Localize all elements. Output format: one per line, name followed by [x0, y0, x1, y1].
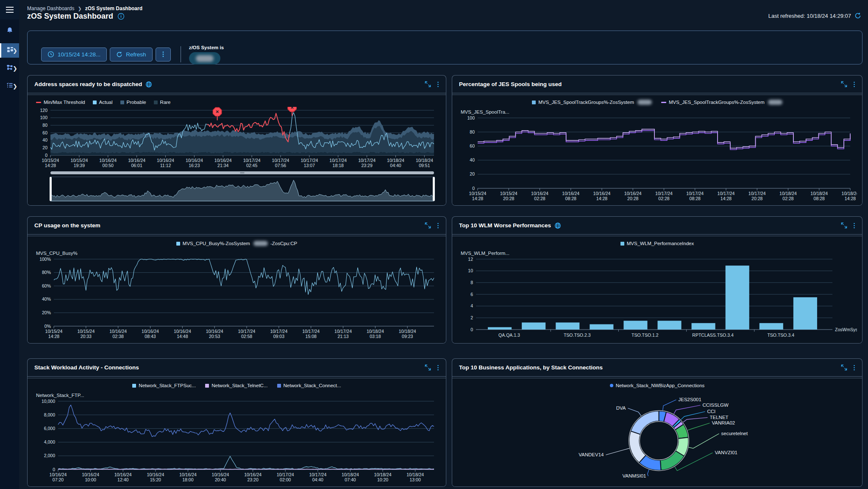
chart-legend: Network_Stack_NWBizApp_Connections — [457, 381, 857, 390]
svg-text:60: 60 — [470, 143, 475, 148]
anomaly-marker[interactable]: ✕ — [288, 107, 296, 112]
date-range-button[interactable]: 10/15/24 14:28... — [41, 48, 107, 61]
svg-text:10: 10 — [468, 268, 473, 273]
legend-label: MVS_JES_SpoolTrackGroups%-ZosSystem — [538, 100, 634, 105]
svg-text:10/16/2406:01: 10/16/2406:01 — [128, 158, 145, 168]
svg-text:10/18/2408:28: 10/18/2408:28 — [810, 191, 828, 201]
svg-text:10/17/2415:08: 10/17/2415:08 — [302, 329, 320, 339]
bar[interactable] — [590, 324, 613, 330]
legend-item[interactable]: MVS_WLM_PerformanceIndex — [620, 241, 694, 246]
stack-workload-chart[interactable]: Network_Stack_FTP...02,0004,0006,0008,00… — [33, 390, 441, 484]
last-refreshed-label: Last refreshed: 10/18/24 14:29:07 — [768, 13, 851, 19]
anomaly-marker[interactable]: ✕ — [213, 108, 222, 116]
notifications-button[interactable] — [0, 23, 19, 40]
svg-text:10/15/2420:28: 10/15/2420:28 — [500, 191, 517, 201]
bar[interactable] — [658, 321, 682, 330]
brush-handle-right[interactable] — [433, 177, 435, 201]
svg-text:0: 0 — [53, 467, 55, 472]
legend-item[interactable]: Probable — [120, 100, 146, 105]
expand-panel-icon[interactable] — [425, 222, 431, 229]
panel-kebab-icon[interactable] — [853, 364, 855, 371]
svg-text:10/17/2402:58: 10/17/2402:58 — [238, 329, 256, 339]
bar[interactable] — [726, 265, 749, 330]
panel-kebab-icon[interactable] — [437, 222, 439, 229]
panel-kebab-icon[interactable] — [437, 81, 439, 88]
sidebar-item-tasks[interactable]: ❯ — [0, 79, 19, 93]
svg-text:10/15/2414:28: 10/15/2414:28 — [45, 329, 63, 339]
panel-kebab-icon[interactable] — [853, 81, 855, 88]
bar[interactable] — [556, 322, 579, 330]
refresh-icon — [116, 51, 122, 58]
legend-item[interactable]: MVS_CPU_Busy%-ZosSystem-ZosCpu:CP — [176, 241, 297, 246]
bar[interactable] — [692, 323, 715, 330]
panel-title: Percentage of JES Spools being used — [459, 81, 562, 87]
svg-text:10/18/2404:40: 10/18/2404:40 — [387, 158, 404, 168]
svg-text:60%: 60% — [42, 283, 51, 288]
sidebar-item-dashboards[interactable]: ❯ — [0, 43, 19, 58]
legend-item[interactable]: MVS_JES_SpoolTrackGroups%-ZosSystem — [532, 100, 652, 105]
legend-label: Network_Stack_NWBizApp_Connections — [616, 383, 705, 388]
bell-icon — [6, 27, 14, 36]
system-filter-label: z/OS System is — [189, 45, 224, 50]
address-spaces-chart[interactable]: 020406080100120✕✕10/15/2414:2810/15/2419… — [33, 107, 441, 203]
legend-label: Min/Max Threshold — [44, 100, 85, 105]
svg-text:10/16/2420:28: 10/16/2420:28 — [624, 191, 642, 201]
bar[interactable] — [623, 321, 647, 330]
donut-slice[interactable] — [629, 431, 645, 463]
panel-title: Stack Workload Activity - Connections — [34, 364, 139, 371]
panel-kebab-icon[interactable] — [853, 222, 855, 229]
legend-marker — [610, 384, 613, 387]
svg-text:6,000: 6,000 — [44, 426, 55, 431]
cp-usage-chart[interactable]: MVS_CPU_Busy%0%20%40%60%80%100%10/15/241… — [33, 248, 441, 341]
expand-panel-icon[interactable] — [841, 364, 847, 371]
bar[interactable] — [522, 322, 545, 330]
expand-panel-icon[interactable] — [841, 81, 847, 87]
legend-label: MVS_CPU_Busy%-ZosSystem — [183, 241, 250, 246]
legend-item[interactable]: Network_Stack_Connect... — [277, 383, 341, 388]
wlm-performance-chart[interactable]: MVS_WLM_Perform...024681012QA.QA.1.3TSO.… — [457, 248, 857, 341]
legend-label: Probable — [127, 100, 146, 105]
legend-item[interactable]: Network_Stack_TelnetC... — [205, 383, 267, 388]
legend-item[interactable]: MVS_JES_SpoolTrackGroups%-ZosSystem — [661, 100, 782, 105]
globe-icon — [554, 222, 561, 229]
left-sidebar: ❯ ❯ ❯ — [0, 0, 19, 489]
refresh-button[interactable]: Refresh — [110, 48, 152, 61]
svg-text:✕: ✕ — [215, 109, 219, 114]
legend-item[interactable]: Min/Max Threshold — [36, 100, 85, 105]
expand-panel-icon[interactable] — [425, 81, 431, 87]
legend-item[interactable]: Network_Stack_NWBizApp_Connections — [610, 383, 705, 388]
legend-item[interactable]: Rare — [154, 100, 171, 105]
bar[interactable] — [760, 323, 783, 330]
legend-item[interactable]: Actual — [93, 100, 113, 105]
refresh-icon[interactable] — [854, 12, 861, 19]
panel-stack-workload: Stack Workload Activity - Connections Ne… — [27, 358, 446, 487]
svg-text:80: 80 — [470, 129, 475, 134]
bar[interactable] — [488, 327, 512, 330]
legend-marker — [205, 384, 209, 388]
expand-panel-icon[interactable] — [841, 222, 847, 229]
breadcrumb-manage-dashboards[interactable]: Manage Dashboards — [27, 6, 74, 11]
info-icon[interactable] — [117, 13, 125, 20]
redacted-system-name — [253, 241, 268, 246]
menu-icon[interactable] — [0, 0, 19, 20]
panel-kebab-icon[interactable] — [437, 364, 439, 371]
svg-text:ZosWmSysSu: ZosWmSysSu — [835, 327, 857, 332]
svg-text:40%: 40% — [42, 296, 51, 302]
brush-handle-left[interactable] — [50, 177, 52, 201]
toolbar-overflow-menu-button[interactable] — [156, 48, 171, 61]
svg-text:10/16/2402:28: 10/16/2402:28 — [531, 191, 548, 201]
svg-text:2,000: 2,000 — [44, 453, 55, 458]
svg-text:QA.QA.1.3: QA.QA.1.3 — [498, 333, 520, 338]
bar[interactable] — [793, 297, 817, 330]
legend-item[interactable]: Network_Stack_FTPSuc... — [132, 383, 196, 388]
business-applications-donut[interactable]: JES2S001CCISSLGWCCITELNETVANRIA02securet… — [457, 390, 857, 484]
sidebar-item-topology[interactable]: ❯ — [0, 61, 19, 75]
donut-label: CCISSLGW — [703, 402, 729, 408]
jes-spools-chart[interactable]: MVS_JES_SpoolTra...02040608010010/15/241… — [457, 107, 857, 203]
svg-text:60: 60 — [42, 130, 47, 135]
breadcrumb-current: zOS System Dashboard — [85, 6, 142, 11]
system-filter-pill[interactable] — [189, 52, 220, 64]
expand-panel-icon[interactable] — [425, 364, 431, 371]
svg-text:100%: 100% — [39, 257, 51, 262]
legend-marker — [277, 384, 281, 388]
